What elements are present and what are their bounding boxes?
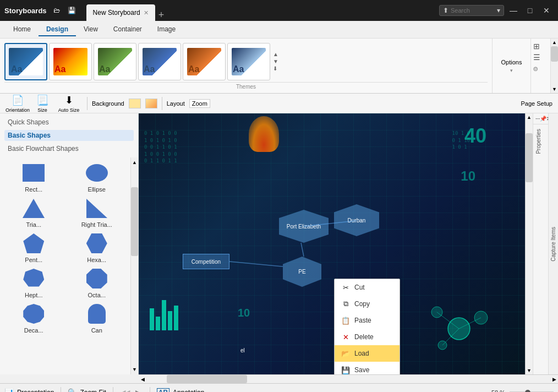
nav-prev-prev[interactable]: ◀◀ bbox=[120, 387, 131, 393]
zoom-fit-button[interactable]: 🔍 Zoom Fit bbox=[68, 388, 106, 392]
ribbon-scroll-down[interactable]: ▼ bbox=[551, 85, 558, 93]
presentation-label: Presentation bbox=[17, 389, 54, 393]
context-save[interactable]: 💾 Save bbox=[335, 362, 400, 374]
annotation-button[interactable]: AB Annotation bbox=[157, 388, 205, 393]
canvas-hscroll: ◀ ▶ bbox=[139, 374, 558, 383]
auto-size-button[interactable]: ⬇ Auto Size bbox=[55, 94, 83, 113]
rect-competition[interactable]: Competition bbox=[183, 254, 229, 269]
hexagon-icon bbox=[84, 232, 110, 254]
active-tab[interactable]: New Storyboard ✕ bbox=[86, 4, 155, 21]
el-label: el bbox=[240, 347, 245, 353]
sidebar-scroll-down[interactable]: ▼ bbox=[131, 364, 138, 374]
maximize-button[interactable]: □ bbox=[523, 3, 537, 18]
basic-flowchart-category[interactable]: Basic Flowchart Shapes bbox=[4, 143, 134, 154]
right-panel: ··· 📌 ✕ Properties bbox=[533, 113, 548, 374]
options-dropdown[interactable]: ▾ bbox=[510, 68, 513, 73]
prop-panel-pin[interactable]: 📌 bbox=[540, 116, 546, 122]
properties-tab[interactable]: Properties bbox=[533, 124, 548, 159]
minimize-button[interactable]: — bbox=[506, 3, 521, 18]
theme-scroll-more[interactable]: ⬇ bbox=[273, 66, 278, 72]
orientation-icon: 📄 bbox=[12, 94, 24, 106]
shape-decagon[interactable]: Deca... bbox=[4, 303, 63, 334]
canvas-area[interactable]: 0 1 0 1 0 01 0 1 0 1 00 0 1 1 0 11 0 0 1… bbox=[139, 113, 525, 374]
shape-ellipse[interactable]: Ellipse bbox=[68, 162, 127, 193]
pentagon-icon bbox=[21, 232, 46, 254]
shape-pentagon[interactable]: Pent... bbox=[4, 232, 63, 263]
ribbon-scroll-up[interactable]: ▲ bbox=[551, 39, 558, 46]
save-icon[interactable]: 💾 bbox=[67, 5, 78, 16]
hscroll-right[interactable]: ▶ bbox=[550, 375, 558, 383]
options-button[interactable]: Options bbox=[501, 59, 522, 66]
orientation-button[interactable]: 📄 Orientation bbox=[6, 94, 30, 113]
theme-item-1[interactable]: Aa bbox=[4, 43, 47, 80]
theme-scroll-up[interactable]: ▲ bbox=[273, 51, 278, 57]
quick-shapes-category[interactable]: Quick Shapes bbox=[4, 117, 134, 128]
basic-shapes-category[interactable]: Basic Shapes bbox=[4, 130, 134, 141]
background-gradient-picker[interactable] bbox=[145, 99, 157, 108]
theme-scroll-down[interactable]: ▼ bbox=[273, 58, 278, 64]
prop-panel-more[interactable]: ··· bbox=[535, 116, 540, 122]
background-label: Background bbox=[92, 100, 124, 107]
tab-view[interactable]: View bbox=[76, 23, 106, 36]
context-cut[interactable]: ✂ Cut bbox=[335, 279, 400, 296]
canvas-scroll-down[interactable]: ▼ bbox=[526, 367, 533, 374]
context-paste[interactable]: 📋 Paste bbox=[335, 312, 400, 329]
add-tab-button[interactable]: + bbox=[158, 9, 165, 21]
main-area: Quick Shapes Basic Shapes Basic Flowchar… bbox=[0, 113, 558, 374]
theme-item-3[interactable]: Aa bbox=[94, 43, 136, 80]
secondary-toolbar: 📄 Orientation 📃 Size ⬇ Auto Size Backgro… bbox=[0, 94, 558, 113]
search-dropdown-icon[interactable]: ▾ bbox=[497, 7, 500, 14]
close-window-button[interactable]: ✕ bbox=[539, 3, 554, 18]
sidebar-categories: Quick Shapes Basic Shapes Basic Flowchar… bbox=[0, 113, 138, 157]
save-ctx-icon: 💾 bbox=[341, 366, 350, 374]
node-icon[interactable]: ⌾ bbox=[533, 64, 548, 73]
canvas-scroll-track bbox=[526, 121, 533, 367]
theme-item-2[interactable]: Aa bbox=[49, 43, 92, 80]
shape-rect[interactable]: Rect... bbox=[4, 162, 63, 193]
context-delete[interactable]: ✕ Delete bbox=[335, 329, 400, 345]
shape-can[interactable]: Can bbox=[68, 303, 127, 334]
heptagon-icon bbox=[21, 268, 46, 290]
orientation-label: Orientation bbox=[6, 107, 30, 113]
size-button[interactable]: 📃 Size bbox=[34, 94, 51, 113]
context-copy[interactable]: ⧉ Copy bbox=[335, 296, 400, 312]
grid-icon[interactable]: ⊞ bbox=[533, 42, 548, 51]
ribbon-vscroll: ▲ ▼ bbox=[550, 39, 558, 93]
sidebar-scroll-up[interactable]: ▲ bbox=[131, 157, 138, 167]
title-bar: Storyboards 🗁 💾 New Storyboard ✕ + ⬆ ▾ —… bbox=[0, 0, 558, 21]
tab-home[interactable]: Home bbox=[6, 23, 39, 36]
shape-octagon[interactable]: Octa... bbox=[68, 268, 127, 298]
tab-label: New Storyboard bbox=[93, 9, 140, 17]
canvas-scroll-up[interactable]: ▲ bbox=[526, 113, 533, 121]
auto-size-label: Auto Size bbox=[58, 107, 80, 113]
theme-preview-2: Aa bbox=[53, 48, 87, 75]
tab-container[interactable]: Container bbox=[106, 23, 150, 36]
layout-input[interactable]: Zoom bbox=[189, 99, 210, 108]
theme-item-4[interactable]: Aa bbox=[138, 43, 181, 80]
presentation-button[interactable]: 📊 Presentation bbox=[4, 388, 54, 393]
nav-prev[interactable]: ▶ bbox=[132, 387, 143, 393]
list-icon[interactable]: ☰ bbox=[533, 53, 548, 62]
context-load[interactable]: 📂 Load bbox=[335, 345, 400, 362]
page-setup-label[interactable]: Page Setup bbox=[521, 100, 553, 107]
status-sep-2 bbox=[113, 387, 113, 393]
shape-right-triangle[interactable]: Right Tria... bbox=[68, 197, 127, 228]
search-input[interactable] bbox=[451, 7, 495, 14]
shape-triangle[interactable]: Tria... bbox=[4, 197, 63, 228]
tab-close-button[interactable]: ✕ bbox=[144, 9, 149, 17]
search-box[interactable]: ⬆ ▾ bbox=[439, 5, 504, 16]
zoom-thumb[interactable] bbox=[525, 390, 530, 392]
tab-image[interactable]: Image bbox=[150, 23, 183, 36]
background-color-picker[interactable] bbox=[129, 99, 141, 108]
folder-icon[interactable]: 🗁 bbox=[51, 5, 62, 16]
capture-items-label: Capture Items bbox=[550, 227, 556, 262]
hscroll-left[interactable]: ◀ bbox=[139, 375, 146, 383]
canvas-scroll-thumb bbox=[526, 133, 533, 182]
theme-item-6[interactable]: Aa bbox=[227, 43, 270, 80]
annotation-icon: AB bbox=[157, 388, 169, 393]
theme-item-5[interactable]: Aa bbox=[183, 43, 226, 80]
annotation-label: Annotation bbox=[173, 389, 204, 393]
shape-hexagon[interactable]: Hexa... bbox=[68, 232, 127, 263]
tab-design[interactable]: Design bbox=[39, 23, 76, 36]
shape-heptagon[interactable]: Hept... bbox=[4, 268, 63, 298]
